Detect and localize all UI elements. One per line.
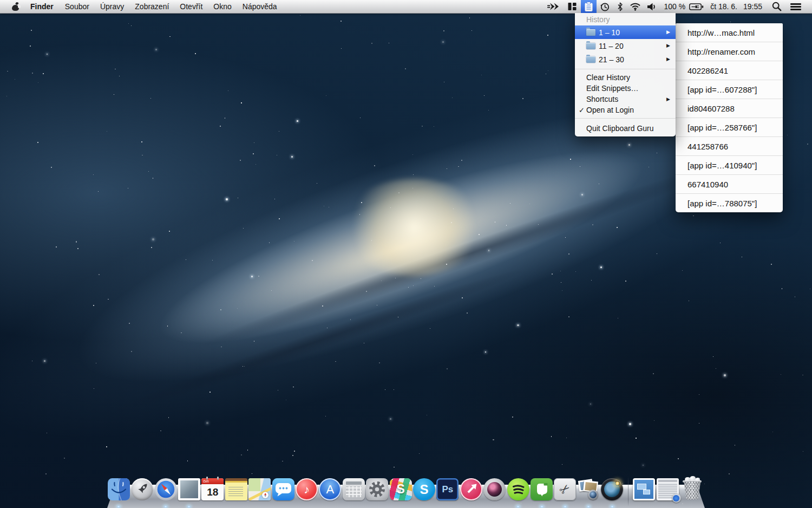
- dock-item-skitch[interactable]: [460, 478, 482, 501]
- skitch-icon: [460, 478, 482, 500]
- dock-item-launchpad[interactable]: [130, 478, 153, 501]
- system-preferences-icon: [366, 478, 388, 500]
- folder-icon: [586, 56, 595, 63]
- menubar-clock[interactable]: čt 18. 6. 19:55: [705, 2, 768, 11]
- clipboard-guru-menubar-icon[interactable]: [581, 0, 597, 13]
- menu-bar-status: 100 % čt 18. 6. 19:55: [545, 0, 812, 13]
- app-store-icon: A: [319, 478, 341, 500]
- calculator-icon: [343, 478, 365, 500]
- shortcuts-label: Shortcuts: [586, 95, 618, 103]
- dock-item-photo-booth[interactable]: [577, 478, 600, 501]
- history-item-3[interactable]: 402286241: [676, 61, 783, 80]
- folder-label: 11 – 20: [599, 42, 624, 50]
- dock-item-trash[interactable]: [680, 478, 705, 501]
- history-submenu: http://w…mac.html http://renamer.com 402…: [676, 23, 783, 212]
- music-note-glyph: ♪: [296, 478, 318, 500]
- photoshop-icon: Ps: [436, 478, 459, 500]
- history-item-2[interactable]: http://renamer.com: [676, 42, 783, 61]
- dock-item-photoshop[interactable]: Ps: [436, 478, 459, 501]
- dock-item-globe-app[interactable]: [601, 478, 624, 501]
- app-menu-finder[interactable]: Finder: [24, 0, 60, 13]
- minimized-window-blue-icon: [633, 478, 655, 500]
- history-item-10[interactable]: [app id=…788075"]: [676, 194, 783, 212]
- spotlight-icon[interactable]: [768, 0, 785, 13]
- dock-item-calculator[interactable]: [342, 478, 365, 501]
- battery-percent[interactable]: 100 %: [659, 0, 687, 13]
- dock-item-calendar[interactable]: čvn 18: [201, 478, 224, 501]
- folder-icon: [586, 29, 595, 36]
- evernote-icon: [531, 478, 553, 500]
- messages-icon: [272, 478, 294, 500]
- menu-item-folder-1-10[interactable]: 1 – 10 ▶: [575, 25, 676, 39]
- dock-item-evernote[interactable]: [530, 478, 553, 501]
- bluetooth-icon[interactable]: [613, 0, 626, 13]
- history-item-8[interactable]: [app id=…410940"]: [676, 156, 783, 175]
- history-item-9[interactable]: 667410940: [676, 175, 783, 194]
- menu-item-folder-11-20[interactable]: 11 – 20 ▶: [575, 39, 676, 53]
- checkmark-icon: ✓: [579, 106, 585, 114]
- menu-napoveda[interactable]: Nápověda: [237, 0, 283, 13]
- menu-okno[interactable]: Okno: [208, 0, 237, 13]
- folder-label: 1 – 10: [599, 28, 620, 37]
- notification-center-icon[interactable]: [785, 0, 806, 13]
- itunes-icon: ♪: [296, 478, 318, 500]
- menu-otevrit[interactable]: Otevřít: [174, 0, 208, 13]
- dock-item-itunes[interactable]: ♪: [295, 478, 318, 501]
- dock-item-mail[interactable]: [178, 478, 200, 501]
- menu-item-shortcuts[interactable]: Shortcuts ▶: [575, 94, 676, 105]
- time-machine-icon[interactable]: [597, 0, 613, 13]
- menu-upravy[interactable]: Úpravy: [95, 0, 129, 13]
- dock-item-aperture[interactable]: [483, 478, 506, 501]
- maps-icon: [248, 478, 271, 500]
- dock-icons: čvn 18 ♪ A: [107, 478, 705, 501]
- photo-booth-icon: [578, 478, 600, 500]
- dock-item-system-preferences[interactable]: [366, 478, 389, 501]
- dock-item-notes[interactable]: [225, 478, 247, 501]
- volume-icon[interactable]: [644, 0, 659, 13]
- launchpad-icon: [131, 478, 153, 500]
- menu-item-quit-clipboard-guru[interactable]: Quit Clipboard Guru: [575, 121, 676, 135]
- menu-zobrazeni[interactable]: Zobrazení: [129, 0, 174, 13]
- running-indicator: [540, 506, 543, 507]
- running-indicator: [587, 506, 590, 507]
- dock-item-minimized-window-safari[interactable]: [656, 478, 679, 501]
- dock-item-app-store[interactable]: A: [319, 478, 342, 501]
- history-item-7[interactable]: 441258766: [676, 137, 783, 156]
- history-item-1[interactable]: http://w…mac.html: [676, 23, 783, 42]
- dock-item-spotify[interactable]: [507, 478, 529, 501]
- dock-item-slack[interactable]: S: [389, 478, 412, 501]
- menu-item-clear-history[interactable]: Clear History: [575, 72, 676, 83]
- wifi-icon[interactable]: [626, 0, 644, 13]
- dock-item-messages[interactable]: [272, 478, 294, 501]
- finder-icon: [108, 478, 130, 500]
- apple-icon: [12, 2, 19, 11]
- folder-label: 21 – 30: [599, 55, 624, 64]
- menu-header-history: History: [575, 13, 676, 25]
- dock-item-scissors-app[interactable]: ✂: [554, 478, 577, 501]
- menu-soubor[interactable]: Soubor: [60, 0, 95, 13]
- battery-icon[interactable]: [687, 0, 705, 13]
- folder-icon: [586, 43, 595, 49]
- running-indicator: [516, 506, 520, 507]
- calendar-day: 18: [201, 484, 224, 500]
- dock-item-finder[interactable]: [107, 478, 130, 501]
- history-item-6[interactable]: [app id=…258766"]: [676, 118, 783, 137]
- submenu-arrow-icon: ▶: [666, 43, 670, 48]
- history-item-5[interactable]: id804607288: [676, 99, 783, 118]
- dock-item-safari[interactable]: [154, 478, 177, 501]
- window-blocks-icon[interactable]: [563, 0, 581, 13]
- menu-item-edit-snippets[interactable]: Edit Snippets…: [575, 83, 676, 94]
- running-indicator: [164, 506, 167, 507]
- submenu-arrow-icon: ▶: [666, 97, 670, 102]
- apple-menu[interactable]: [6, 0, 24, 13]
- running-indicator: [611, 506, 614, 507]
- dock-item-maps[interactable]: [248, 478, 271, 501]
- double-arrow-icon[interactable]: [545, 0, 563, 13]
- menu-item-open-at-login[interactable]: ✓ Open at Login: [575, 105, 676, 115]
- history-item-4[interactable]: [app id=…607288"]: [676, 80, 783, 99]
- menu-item-folder-21-30[interactable]: 21 – 30 ▶: [575, 53, 676, 66]
- spotify-icon: [507, 478, 529, 500]
- ps-glyph: Ps: [436, 478, 459, 500]
- dock-item-skype[interactable]: S: [412, 478, 435, 501]
- dock-item-minimized-window-blue[interactable]: [633, 478, 656, 501]
